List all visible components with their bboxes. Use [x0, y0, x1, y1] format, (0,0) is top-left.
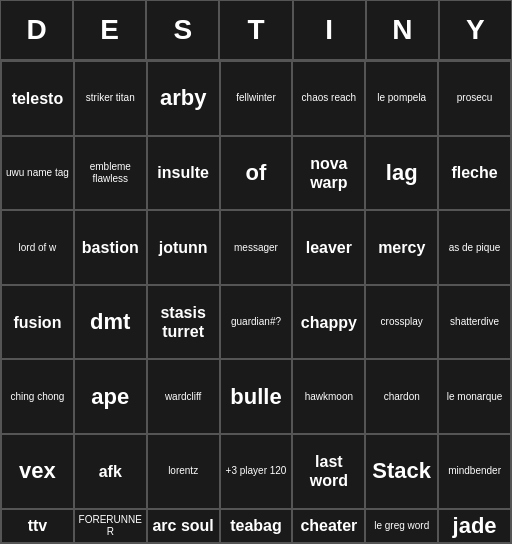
grid-cell-20: as de pique	[438, 210, 511, 285]
grid-cell-12: lag	[365, 136, 438, 211]
grid-cell-28: ching chong	[1, 359, 74, 434]
grid-cell-46: cheater	[292, 509, 365, 543]
grid-cell-24: guardian#?	[220, 285, 293, 360]
grid-cell-9: insulte	[147, 136, 220, 211]
grid-cell-3: fellwinter	[220, 61, 293, 136]
grid-cell-7: uwu name tag	[1, 136, 74, 211]
grid-cell-36: afk	[74, 434, 147, 509]
grid-cell-15: bastion	[74, 210, 147, 285]
grid-cell-5: le pompela	[365, 61, 438, 136]
grid-cell-39: last word	[292, 434, 365, 509]
grid-cell-2: arby	[147, 61, 220, 136]
grid-cell-31: bulle	[220, 359, 293, 434]
grid-cell-13: fleche	[438, 136, 511, 211]
grid-cell-45: teabag	[220, 509, 293, 543]
grid-cell-0: telesto	[1, 61, 74, 136]
grid-cell-25: chappy	[292, 285, 365, 360]
grid-cell-18: leaver	[292, 210, 365, 285]
header-letter-y: Y	[439, 0, 512, 60]
grid-cell-37: lorentz	[147, 434, 220, 509]
grid-cell-32: hawkmoon	[292, 359, 365, 434]
grid-cell-11: nova warp	[292, 136, 365, 211]
header-letter-i: I	[293, 0, 366, 60]
grid-cell-33: chardon	[365, 359, 438, 434]
grid-cell-14: lord of w	[1, 210, 74, 285]
header-letter-e: E	[73, 0, 146, 60]
header: DESTINY	[0, 0, 512, 60]
grid-cell-35: vex	[1, 434, 74, 509]
grid-cell-44: arc soul	[147, 509, 220, 543]
grid-cell-38: +3 player 120	[220, 434, 293, 509]
grid-cell-4: chaos reach	[292, 61, 365, 136]
header-letter-t: T	[219, 0, 292, 60]
grid-cell-17: messager	[220, 210, 293, 285]
grid-cell-42: ttv	[1, 509, 74, 543]
grid-cell-43: FORERUNNER	[74, 509, 147, 543]
grid-cell-26: crossplay	[365, 285, 438, 360]
grid-cell-22: dmt	[74, 285, 147, 360]
bingo-grid: telestostriker titanarbyfellwinterchaos …	[0, 60, 512, 544]
grid-cell-19: mercy	[365, 210, 438, 285]
grid-cell-21: fusion	[1, 285, 74, 360]
grid-cell-47: le greg word	[365, 509, 438, 543]
grid-cell-48: jade	[438, 509, 511, 543]
grid-cell-6: prosecu	[438, 61, 511, 136]
grid-cell-27: shatterdive	[438, 285, 511, 360]
grid-cell-23: stasis turret	[147, 285, 220, 360]
header-letter-d: D	[0, 0, 73, 60]
grid-cell-41: mindbender	[438, 434, 511, 509]
grid-cell-10: of	[220, 136, 293, 211]
header-letter-s: S	[146, 0, 219, 60]
grid-cell-40: Stack	[365, 434, 438, 509]
grid-cell-8: embleme flawless	[74, 136, 147, 211]
grid-cell-29: ape	[74, 359, 147, 434]
grid-cell-34: le monarque	[438, 359, 511, 434]
grid-cell-16: jotunn	[147, 210, 220, 285]
header-letter-n: N	[366, 0, 439, 60]
grid-cell-30: wardcliff	[147, 359, 220, 434]
grid-cell-1: striker titan	[74, 61, 147, 136]
